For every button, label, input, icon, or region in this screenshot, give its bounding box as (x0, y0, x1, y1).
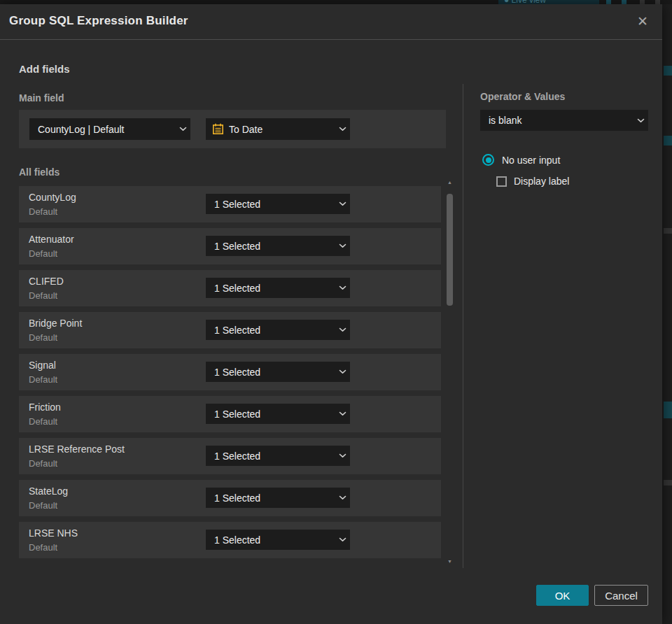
operator-select-value: is blank (480, 115, 633, 126)
backdrop-fragment (664, 480, 672, 485)
field-subtitle: Default (29, 416, 57, 427)
list-scrollbar: ▲ ▼ (445, 179, 454, 565)
operator-values-heading: Operator & Values (480, 91, 565, 102)
chevron-down-icon (335, 327, 350, 332)
chevron-down-icon (335, 201, 350, 206)
main-field-type-select[interactable]: To Date (206, 118, 350, 140)
radio-selected-icon (482, 154, 494, 166)
field-selected-value: 1 Selected (206, 534, 335, 546)
chevron-down-icon (175, 127, 190, 132)
field-row: StateLog Default 1 Selected (19, 480, 441, 516)
main-field-type-value: To Date (224, 124, 335, 135)
field-subtitle: Default (29, 458, 57, 469)
no-user-input-label: No user input (502, 155, 560, 166)
operator-select[interactable]: is blank (480, 110, 648, 131)
no-user-input-radio[interactable]: No user input (482, 154, 560, 166)
field-subtitle: Default (29, 500, 57, 511)
field-selected-dropdown[interactable]: 1 Selected (206, 530, 350, 550)
backdrop-fragment (664, 228, 672, 234)
field-name: Bridge Point (29, 318, 82, 329)
field-row: Attenuator Default 1 Selected (19, 228, 441, 264)
cancel-button[interactable]: Cancel (594, 585, 648, 606)
scrollbar-thumb[interactable] (447, 194, 453, 306)
field-row: LRSE Reference Post Default 1 Selected (19, 438, 441, 474)
field-selected-value: 1 Selected (206, 283, 335, 294)
dialog-footer: OK Cancel (0, 585, 662, 606)
display-label-label: Display label (514, 176, 569, 187)
field-row: Bridge Point Default 1 Selected (19, 312, 441, 348)
field-selected-dropdown[interactable]: 1 Selected (206, 194, 350, 214)
panel-divider (463, 84, 463, 568)
field-row: CLIFED Default 1 Selected (19, 270, 441, 306)
field-selected-value: 1 Selected (206, 492, 335, 504)
main-field-select[interactable]: CountyLog | Default (29, 118, 190, 140)
field-selected-dropdown[interactable]: 1 Selected (206, 446, 350, 466)
field-subtitle: Default (29, 542, 57, 553)
field-selected-dropdown[interactable]: 1 Selected (206, 278, 350, 298)
scroll-down-icon[interactable]: ▼ (445, 558, 454, 565)
backdrop-fragment (664, 136, 672, 146)
backdrop-fragment (664, 402, 672, 418)
main-field-box: CountyLog | Default To Date (19, 110, 446, 148)
all-fields-list: CountyLog Default 1 Selected Attenuator … (19, 186, 441, 564)
field-subtitle: Default (29, 332, 57, 343)
field-row: CountyLog Default 1 Selected (19, 186, 441, 222)
display-label-checkbox[interactable]: Display label (496, 176, 569, 187)
close-icon[interactable]: ✕ (634, 13, 651, 30)
chevron-down-icon (335, 495, 350, 500)
field-subtitle: Default (29, 248, 57, 259)
field-selected-value: 1 Selected (206, 325, 335, 336)
backdrop-right-strip (662, 4, 672, 624)
field-name: Friction (29, 402, 61, 413)
field-name: Signal (29, 360, 56, 371)
all-fields-label: All fields (19, 166, 59, 178)
chevron-down-icon (335, 411, 350, 416)
field-subtitle: Default (29, 374, 57, 385)
field-selected-dropdown[interactable]: 1 Selected (206, 488, 350, 508)
field-selected-value: 1 Selected (206, 451, 335, 462)
field-name: StateLog (29, 485, 68, 497)
chevron-down-icon (335, 537, 350, 542)
calendar-icon (212, 123, 224, 135)
field-selected-dropdown[interactable]: 1 Selected (206, 320, 350, 340)
field-selected-value: 1 Selected (206, 409, 335, 420)
field-selected-value: 1 Selected (206, 199, 335, 210)
title-divider (0, 39, 662, 40)
add-fields-heading: Add fields (19, 63, 70, 75)
backdrop-fragment (664, 66, 672, 76)
field-name: LRSE NHS (29, 527, 78, 539)
dialog-titlebar: Group SQL Expression Builder ✕ (0, 4, 662, 39)
chevron-down-icon (335, 369, 350, 374)
ok-button[interactable]: OK (536, 585, 589, 606)
field-row: Friction Default 1 Selected (19, 396, 441, 432)
field-row: Signal Default 1 Selected (19, 354, 441, 390)
field-selected-dropdown[interactable]: 1 Selected (206, 362, 350, 382)
field-name: LRSE Reference Post (29, 444, 125, 455)
checkbox-unchecked-icon (496, 176, 507, 187)
dialog-title: Group SQL Expression Builder (9, 14, 188, 28)
field-selected-dropdown[interactable]: 1 Selected (206, 236, 350, 256)
field-subtitle: Default (29, 290, 57, 301)
group-sql-expression-builder-dialog: Group SQL Expression Builder ✕ Add field… (0, 4, 662, 624)
scroll-up-icon[interactable]: ▲ (445, 179, 454, 186)
chevron-down-icon (335, 127, 350, 132)
field-name: CountyLog (29, 192, 76, 203)
screen: ● Live view Group SQL Expression Builder… (0, 0, 672, 624)
field-name: Attenuator (29, 234, 74, 245)
chevron-down-icon (633, 118, 648, 123)
field-row: LRSE NHS Default 1 Selected (19, 522, 441, 558)
field-subtitle: Default (29, 206, 57, 217)
field-selected-value: 1 Selected (206, 367, 335, 378)
chevron-down-icon (335, 453, 350, 458)
main-field-select-value: CountyLog | Default (29, 124, 175, 135)
field-name: CLIFED (29, 276, 64, 287)
chevron-down-icon (335, 243, 350, 248)
chevron-down-icon (335, 285, 350, 290)
main-field-label: Main field (19, 92, 64, 104)
field-selected-dropdown[interactable]: 1 Selected (206, 404, 350, 424)
field-selected-value: 1 Selected (206, 241, 335, 252)
